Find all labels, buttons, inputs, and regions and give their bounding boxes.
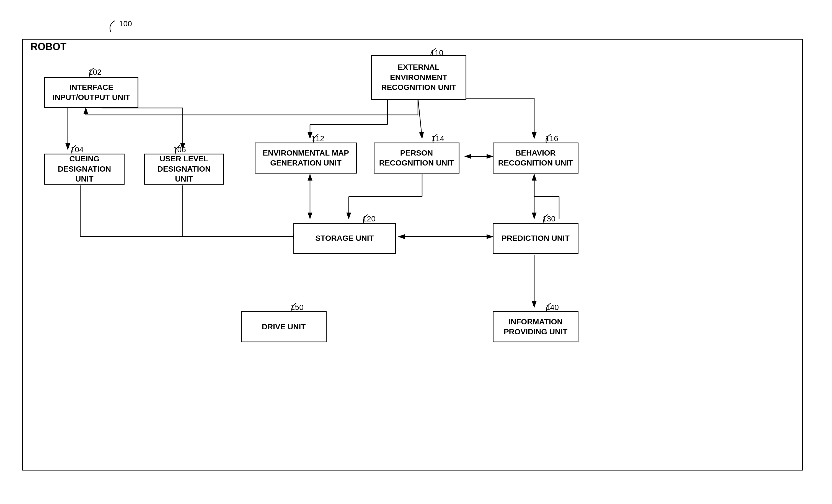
ref-120: 120 <box>363 214 375 223</box>
ref-102: 102 <box>88 68 102 77</box>
external-env-box: EXTERNALENVIRONMENTRECOGNITION UNIT <box>371 55 466 100</box>
cueing-box: CUEINGDESIGNATION UNIT <box>44 154 125 185</box>
env-map-box: ENVIRONMENTAL MAPGENERATION UNIT <box>255 142 357 174</box>
ref-100: 100 <box>119 19 132 28</box>
ref-104: 104 <box>71 145 84 154</box>
user-level-box: USER LEVELDESIGNATION UNIT <box>144 154 224 185</box>
person-recog-box: PERSONRECOGNITION UNIT <box>374 142 460 174</box>
prediction-box: PREDICTION UNIT <box>493 223 578 254</box>
behavior-recog-box: BEHAVIORRECOGNITION UNIT <box>493 142 578 174</box>
ref-140: 140 <box>546 303 559 312</box>
ref-130: 130 <box>543 214 555 223</box>
ref-114: 114 <box>431 134 444 143</box>
info-providing-box: INFORMATIONPROVIDING UNIT <box>493 311 578 342</box>
storage-box: STORAGE UNIT <box>293 223 396 254</box>
diagram-container: 100 ROBOT <box>17 17 814 487</box>
ref-112: 112 <box>311 134 324 143</box>
ref-150: 150 <box>291 303 304 312</box>
drive-box: DRIVE UNIT <box>241 311 327 342</box>
ref-106: 106 <box>173 145 186 154</box>
robot-border <box>22 39 803 471</box>
interface-box: INTERFACEINPUT/OUTPUT UNIT <box>44 77 138 108</box>
robot-label: ROBOT <box>30 41 67 53</box>
ref-116: 116 <box>545 134 558 143</box>
